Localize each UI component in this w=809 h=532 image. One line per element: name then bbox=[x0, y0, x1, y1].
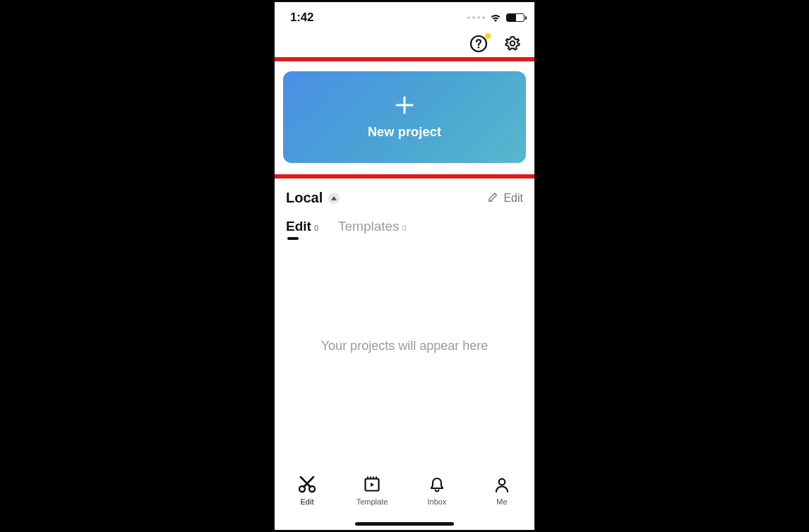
tab-edit[interactable]: Edit 0 bbox=[286, 219, 318, 234]
project-tabs: Edit 0 Templates 0 bbox=[286, 219, 523, 240]
battery-icon bbox=[506, 13, 525, 22]
edit-projects-button[interactable]: Edit bbox=[488, 191, 523, 205]
empty-projects-message: Your projects will appear here bbox=[286, 339, 523, 353]
bell-icon bbox=[429, 476, 445, 493]
cellular-signal-icon bbox=[467, 16, 485, 19]
settings-button[interactable] bbox=[503, 35, 522, 56]
nav-me[interactable]: Me bbox=[474, 476, 530, 506]
tab-templates-count: 0 bbox=[402, 224, 407, 232]
svg-point-2 bbox=[510, 41, 515, 45]
app-screen: 1:42 bbox=[273, 1, 536, 531]
home-indicator bbox=[355, 522, 454, 526]
status-bar: 1:42 bbox=[275, 2, 534, 29]
status-indicators bbox=[467, 13, 525, 23]
svg-point-1 bbox=[478, 47, 480, 49]
nav-inbox[interactable]: Inbox bbox=[409, 476, 465, 506]
new-project-label: New project bbox=[368, 125, 441, 140]
tab-templates-label: Templates bbox=[338, 219, 400, 234]
pencil-icon bbox=[488, 191, 499, 205]
template-icon bbox=[364, 476, 380, 493]
caret-up-icon bbox=[328, 193, 340, 204]
nav-template[interactable]: Template bbox=[344, 476, 400, 506]
notification-dot-icon bbox=[485, 33, 491, 39]
svg-point-11 bbox=[499, 479, 505, 485]
active-tab-indicator bbox=[287, 237, 299, 240]
bottom-nav: Edit Template Inbox Me bbox=[275, 469, 534, 530]
wifi-icon bbox=[489, 13, 502, 23]
header-actions bbox=[275, 29, 534, 57]
tab-edit-count: 0 bbox=[314, 224, 318, 232]
nav-me-label: Me bbox=[496, 497, 507, 506]
nav-template-label: Template bbox=[356, 497, 388, 506]
user-icon bbox=[493, 476, 510, 493]
scissors-icon bbox=[298, 476, 316, 493]
section-title: Local bbox=[286, 190, 323, 206]
tab-edit-label: Edit bbox=[286, 219, 311, 234]
nav-inbox-label: Inbox bbox=[428, 497, 447, 506]
plus-icon bbox=[395, 95, 414, 115]
highlight-frame: New project bbox=[273, 57, 536, 179]
nav-edit[interactable]: Edit bbox=[279, 476, 335, 506]
edit-link-label: Edit bbox=[503, 192, 523, 205]
help-button[interactable] bbox=[469, 35, 488, 56]
gear-icon bbox=[503, 35, 522, 53]
tab-templates[interactable]: Templates 0 bbox=[338, 219, 407, 234]
new-project-button[interactable]: New project bbox=[283, 71, 526, 163]
section-title-toggle[interactable]: Local bbox=[286, 190, 340, 206]
status-time: 1:42 bbox=[290, 11, 313, 25]
nav-edit-label: Edit bbox=[301, 497, 314, 506]
section-header: Local Edit bbox=[286, 190, 523, 206]
